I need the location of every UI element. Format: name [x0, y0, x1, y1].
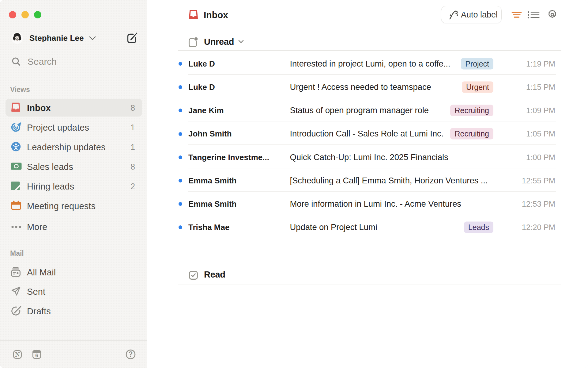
svg-text:?: ? — [128, 350, 133, 358]
svg-text:N: N — [15, 351, 20, 358]
svg-text:6: 6 — [35, 353, 38, 358]
